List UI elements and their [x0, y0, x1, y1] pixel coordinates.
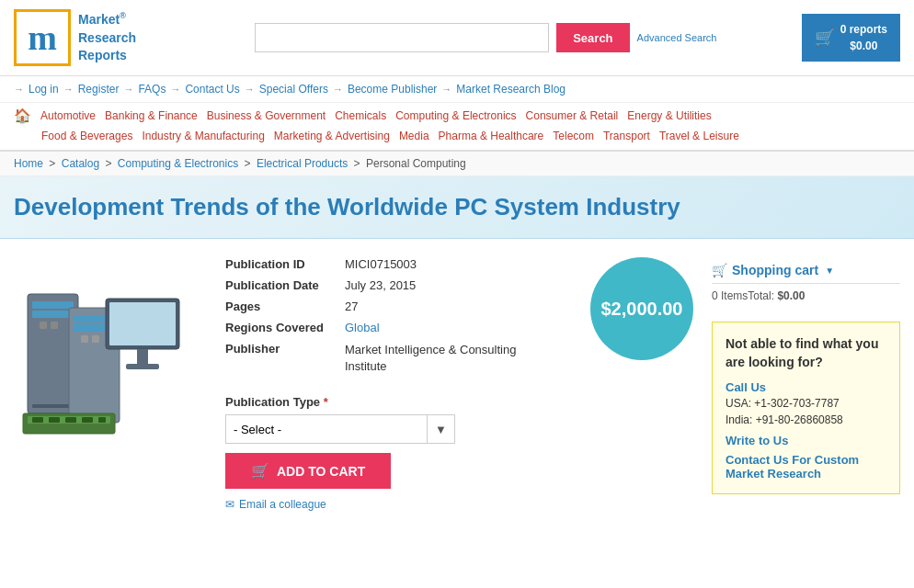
- regions-value[interactable]: Global: [345, 321, 380, 334]
- cart-widget-summary: 0 ItemsTotal: $0.00: [712, 284, 900, 308]
- required-marker: *: [324, 395, 328, 409]
- help-title: Not able to find what you are looking fo…: [725, 335, 886, 371]
- cat-automotive[interactable]: Automotive: [36, 107, 100, 124]
- svg-rect-20: [65, 417, 76, 423]
- help-call-section: Call Us USA: +1-302-703-7787 India: +91-…: [725, 380, 886, 425]
- nav-sep3: →: [170, 84, 180, 95]
- categories-bar: 🏠 Automotive Banking & Finance Business …: [0, 103, 914, 152]
- cart-widget-header[interactable]: 🛒 Shopping cart ▼: [712, 257, 900, 284]
- breadcrumb: Home > Catalog > Computing & Electronics…: [0, 152, 914, 176]
- pub-type-section: Publication Type * - Select - ▼: [225, 395, 693, 444]
- select-wrapper: - Select - ▼: [225, 414, 693, 444]
- cat-banking[interactable]: Banking & Finance: [100, 107, 202, 124]
- shopping-cart-widget: 🛒 Shopping cart ▼ 0 ItemsTotal: $0.00: [712, 257, 900, 308]
- cat-food[interactable]: Food & Beverages: [37, 128, 137, 144]
- detail-row-date: Publication Date July 23, 2015: [225, 278, 581, 292]
- nav-login[interactable]: Log in: [26, 81, 62, 97]
- logo-letter: m: [28, 17, 57, 58]
- breadcrumb-current: Personal Computing: [366, 157, 466, 170]
- svg-rect-10: [92, 335, 99, 343]
- pub-id-label: Publication ID: [225, 257, 345, 271]
- cart-header-widget[interactable]: 🛒 0 reports $0.00: [802, 14, 900, 62]
- cart-total-value: $0.00: [777, 289, 805, 302]
- search-button[interactable]: Search: [556, 23, 629, 52]
- write-us-link[interactable]: Write to Us: [725, 434, 886, 447]
- pub-type-label: Publication Type *: [225, 395, 693, 409]
- nav-arrow: →: [14, 84, 24, 95]
- cart-reports-count: 0 reports: [840, 21, 887, 38]
- nav-blog[interactable]: Market Research Blog: [453, 81, 568, 97]
- nav-sep4: →: [245, 84, 255, 95]
- svg-rect-2: [32, 311, 74, 318]
- nav-sep1: →: [63, 84, 74, 95]
- svg-rect-1: [32, 301, 74, 309]
- nav-contact[interactable]: Contact Us: [182, 81, 242, 97]
- cart-items-count: 0 Items: [712, 289, 748, 302]
- breadcrumb-catalog[interactable]: Catalog: [62, 157, 99, 170]
- logo-box[interactable]: m: [14, 9, 71, 66]
- pub-id-value: MICI0715003: [345, 257, 417, 271]
- breadcrumb-computing[interactable]: Computing & Electronics: [118, 157, 238, 170]
- logo-reg: ®: [120, 11, 126, 20]
- nav-faqs[interactable]: FAQs: [135, 81, 168, 97]
- cart-header-text: 0 reports $0.00: [840, 21, 887, 54]
- email-icon: ✉: [225, 498, 234, 511]
- svg-rect-22: [98, 417, 106, 423]
- nav-register[interactable]: Register: [75, 81, 122, 97]
- breadcrumb-sep3: >: [245, 157, 251, 170]
- breadcrumb-home[interactable]: Home: [14, 157, 43, 170]
- regions-label: Regions Covered: [225, 321, 345, 334]
- logo-area: m Market® Research Reports: [14, 9, 170, 66]
- cart-widget-title: Shopping cart: [732, 263, 818, 277]
- advanced-search-link[interactable]: Advanced Search: [637, 31, 717, 44]
- logo-line2: Research: [78, 30, 136, 45]
- select-arrow-icon: ▼: [428, 414, 455, 444]
- nav-sep5: →: [333, 84, 343, 95]
- cat-pharma[interactable]: Pharma & Healthcare: [434, 128, 549, 144]
- add-to-cart-button[interactable]: 🛒 ADD TO CART: [225, 453, 391, 489]
- nav-special[interactable]: Special Offers: [257, 81, 331, 97]
- phone-india: India: +91-80-26860858: [725, 413, 886, 426]
- svg-rect-15: [126, 364, 159, 369]
- logo-text: Market® Research Reports: [78, 10, 136, 64]
- product-image-area: [14, 257, 207, 511]
- cart-header-icon: 🛒: [815, 28, 835, 48]
- email-colleague-link[interactable]: ✉ Email a colleague: [225, 498, 693, 511]
- detail-row-publisher: Publisher Market Intelligence & Consulti…: [225, 342, 581, 375]
- page-title-area: Development Trends of the Worldwide PC S…: [0, 176, 914, 239]
- cat-business[interactable]: Business & Government: [202, 107, 330, 124]
- pub-type-select[interactable]: - Select -: [225, 414, 428, 444]
- svg-rect-19: [49, 417, 60, 423]
- pages-label: Pages: [225, 300, 345, 313]
- publisher-value: Market Intelligence & Consulting Institu…: [345, 342, 529, 375]
- detail-row-id: Publication ID MICI0715003: [225, 257, 581, 271]
- cat-travel[interactable]: Travel & Leisure: [655, 128, 744, 144]
- cat-chemicals[interactable]: Chemicals: [330, 107, 391, 124]
- cat-transport[interactable]: Transport: [599, 128, 655, 144]
- svg-rect-5: [32, 404, 74, 408]
- breadcrumb-sep1: >: [49, 157, 55, 170]
- pc-illustration: [14, 257, 198, 459]
- custom-research-link[interactable]: Contact Us For Custom Market Research: [725, 453, 886, 481]
- svg-rect-13: [109, 302, 176, 345]
- price-circle: $2,000.00: [590, 257, 693, 360]
- nav-publisher[interactable]: Become Publisher: [345, 81, 440, 97]
- cart-dropdown-arrow: ▼: [825, 266, 834, 276]
- cart-header-price: $0.00: [840, 38, 887, 54]
- cat-industry[interactable]: Industry & Manufacturing: [137, 128, 268, 144]
- header: m Market® Research Reports Search Advanc…: [0, 0, 914, 76]
- cat-consumer[interactable]: Consumer & Retail: [521, 107, 623, 124]
- search-input[interactable]: [255, 23, 549, 52]
- home-icon[interactable]: 🏠: [14, 107, 31, 124]
- cat-energy[interactable]: Energy & Utilities: [623, 107, 715, 124]
- add-to-cart-label: ADD TO CART: [277, 464, 365, 479]
- cat-computing[interactable]: Computing & Electronics: [391, 107, 520, 124]
- cart-widget-icon: 🛒: [712, 263, 727, 277]
- pub-date-value: July 23, 2015: [345, 278, 416, 292]
- product-info: Publication ID MICI0715003 Publication D…: [225, 257, 693, 511]
- cat-marketing[interactable]: Marketing & Advertising: [269, 128, 394, 144]
- breadcrumb-electrical[interactable]: Electrical Products: [257, 157, 348, 170]
- cat-media[interactable]: Media: [394, 128, 434, 144]
- cat-telecom[interactable]: Telecom: [548, 128, 599, 144]
- cat-row-2: Food & Beverages Industry & Manufacturin…: [0, 126, 914, 150]
